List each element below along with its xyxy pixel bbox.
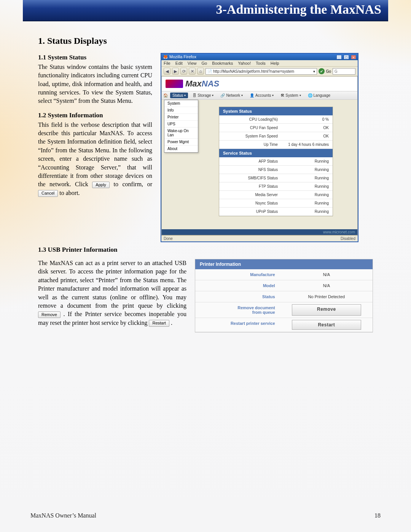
service-status-head: Service Status — [219, 149, 333, 157]
row-value: Running — [282, 157, 333, 166]
printer-value: N/A — [280, 280, 373, 291]
printer-info-panel: Printer Information ManufactureN/A Model… — [195, 259, 373, 332]
row-value: Running — [282, 191, 333, 199]
printer-label: Status — [195, 291, 280, 302]
printer-value: No Printer Detected — [280, 291, 373, 302]
nav-status[interactable]: Status ▾ — [170, 93, 188, 98]
para-1-2-c: to abort. — [59, 190, 80, 196]
dd-printer[interactable]: Printer — [164, 114, 198, 121]
para-1-1: The Status window contains the basic sys… — [38, 63, 152, 105]
home-icon[interactable]: ⌂ — [197, 68, 204, 75]
window-title: 🦊 Mozilla Firefox — [163, 54, 196, 59]
row-value: OK — [282, 124, 333, 132]
forward-icon[interactable]: ▶ — [172, 68, 179, 75]
status-dropdown[interactable]: System Info Printer UPS Wake-up On Lan P… — [164, 100, 198, 153]
row-label: Media Server — [219, 191, 282, 199]
menu-view[interactable]: View — [188, 61, 197, 66]
dropdown-icon[interactable]: ▾ — [313, 69, 315, 73]
nav-system[interactable]: 🛠 System ▾ — [278, 93, 303, 98]
row-label: NFS Status — [219, 166, 282, 174]
menu-go[interactable]: Go — [202, 61, 207, 66]
row-label: SMB/CIFS Status — [219, 174, 282, 182]
micronet-logo — [166, 80, 183, 88]
row-label: UPnP Status — [219, 208, 282, 216]
system-status-head: System Status — [219, 107, 333, 115]
printer-value: N/A — [280, 269, 373, 280]
section-heading: 1. Status Displays — [38, 36, 373, 46]
browser-window: 🦊 Mozilla Firefox _ □ × File Edit View G… — [161, 53, 358, 242]
row-value: 0 % — [282, 115, 333, 124]
menu-help[interactable]: Help — [271, 61, 279, 66]
row-value: Running — [282, 182, 333, 191]
printer-label: Model — [195, 280, 280, 291]
back-icon[interactable]: ◀ — [164, 68, 170, 75]
row-label: AFP Status — [219, 157, 282, 166]
go-label: Go — [326, 69, 331, 73]
dd-ups[interactable]: UPS — [164, 121, 198, 128]
remove-chip-button[interactable]: Remove — [38, 312, 61, 318]
product-brand: MaxNAS — [185, 79, 219, 89]
dd-system[interactable]: System — [164, 100, 198, 107]
system-status-panel: System Status CPU Loading(%)0 % CPU Fan … — [219, 107, 333, 216]
dd-power[interactable]: Power Mgmt — [164, 139, 198, 145]
para-1-3-a: The MaxNAS can act as a print server to … — [38, 260, 186, 309]
dd-about[interactable]: About — [164, 145, 198, 152]
reload-icon[interactable]: ⟳ — [180, 68, 187, 75]
chevron-down-icon: ▾ — [184, 94, 186, 97]
para-1-3-c: . — [171, 320, 172, 326]
row-value: Running — [282, 208, 333, 216]
page-icon: 📄 — [207, 69, 212, 73]
maximize-icon[interactable]: □ — [344, 55, 349, 59]
close-icon[interactable]: × — [351, 55, 356, 59]
nav-language[interactable]: 🌐 Language — [306, 93, 333, 98]
menu-tools[interactable]: Tools — [256, 61, 266, 66]
row-value: 1 day 4 hours 6 minutes — [282, 141, 333, 149]
page-number: 18 — [374, 512, 381, 519]
dd-info[interactable]: Info — [164, 107, 198, 114]
para-1-2-a: This field is the verbose description th… — [38, 121, 152, 188]
minimize-icon[interactable]: _ — [336, 55, 342, 59]
para-1-2-b: to confirm, or — [113, 181, 152, 187]
row-label: System Fan Speed — [219, 132, 282, 141]
subhead-1-1: 1.1 System Status — [38, 53, 152, 62]
subhead-1-3: 1.3 USB Printer Information — [38, 246, 373, 254]
printer-info-head: Printer Information — [195, 259, 373, 269]
micronet-link[interactable]: www.micronet.com — [162, 229, 357, 235]
menu-file[interactable]: File — [164, 61, 170, 66]
chapter-title: 3-Administering the MaxNAS — [23, 0, 388, 21]
apply-button[interactable]: Apply — [92, 182, 110, 188]
address-url: http://MaxNAS/adm/getform.html?name=syst… — [213, 69, 294, 73]
menu-bookmarks[interactable]: Bookmarks — [212, 61, 233, 66]
status-done: Done — [164, 236, 173, 241]
row-value: Running — [282, 199, 333, 208]
restart-button[interactable]: Restart — [292, 320, 361, 330]
search-box[interactable]: G — [333, 68, 355, 75]
row-value: Running — [282, 166, 333, 174]
para-1-3: The MaxNAS can act as a print server to … — [38, 259, 186, 327]
nav-storage[interactable]: 🗄 Storage ▾ — [190, 93, 216, 98]
home-nav-icon[interactable]: 🏠 — [163, 93, 168, 97]
row-label: FTP Status — [219, 182, 282, 191]
nav-accounts[interactable]: 👤 Accounts ▾ — [247, 93, 276, 98]
row-label: Up Time — [219, 141, 282, 149]
remove-button[interactable]: Remove — [292, 304, 361, 316]
stop-icon[interactable]: ✕ — [189, 68, 196, 75]
dd-wol[interactable]: Wake-up On Lan — [164, 128, 198, 139]
row-label: CPU Loading(%) — [219, 115, 282, 124]
address-bar[interactable]: 📄 http://MaxNAS/adm/getform.html?name=sy… — [206, 68, 317, 75]
printer-label: Manufacture — [195, 269, 280, 280]
window-controls[interactable]: _ □ × — [336, 55, 356, 59]
go-button[interactable]: ✔ — [319, 68, 325, 74]
footer-left: MaxNAS Owner’s Manual — [30, 512, 96, 519]
para-1-2: This field is the verbose description th… — [38, 121, 152, 198]
printer-remove-label: Remove documentfrom queue — [195, 302, 280, 318]
cancel-button[interactable]: Cancel — [38, 190, 58, 197]
status-disabled: Disabled — [341, 236, 355, 241]
nav-network[interactable]: 🔗 Network ▾ — [218, 93, 245, 98]
menu-yahoo[interactable]: Yahoo! — [238, 61, 251, 66]
menu-edit[interactable]: Edit — [175, 61, 183, 66]
restart-chip-button[interactable]: Restart — [149, 320, 169, 326]
row-value: Running — [282, 174, 333, 182]
browser-menu-bar[interactable]: File Edit View Go Bookmarks Yahoo! Tools… — [161, 60, 358, 66]
row-value: OK — [282, 132, 333, 141]
